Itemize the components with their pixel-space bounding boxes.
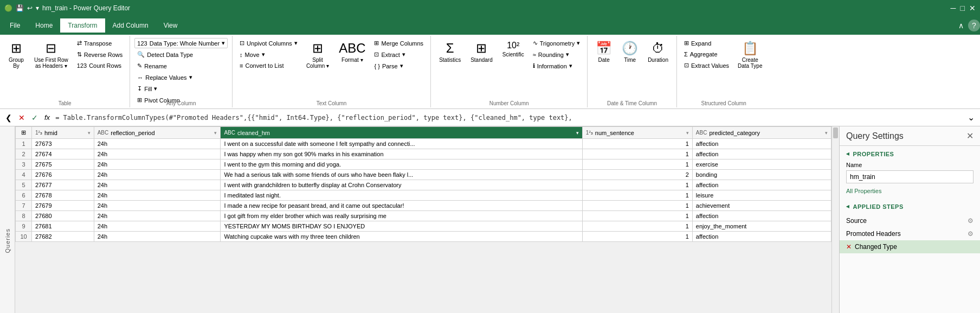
move-button[interactable]: ↕ Move ▾ [237,49,300,60]
scientific-button[interactable]: 10² Scientific [499,38,528,60]
formula-fx-button[interactable]: fx [41,112,53,123]
statistics-button[interactable]: Σ Statistics [435,38,465,66]
count-rows-button[interactable]: 123 Count Rows [74,61,126,71]
vertical-scrollbar[interactable] [831,126,839,313]
parse-button[interactable]: { } Parse ▾ [371,61,426,71]
extract-values-button[interactable]: ⊡ Extract Values [681,60,732,71]
split-column-button[interactable]: ⊞ SplitColumn ▾ [302,38,333,72]
transpose-button[interactable]: ⇄ Transpose [74,38,126,48]
all-properties-link[interactable]: All Properties [840,188,980,199]
applied-steps-label: APPLIED STEPS [853,203,904,210]
num-sentence-dropdown[interactable]: ▾ [686,130,689,136]
cell-predicted-category: affection [692,180,831,190]
maximize-button[interactable]: □ [960,4,965,12]
step-settings-icon[interactable]: ⚙ [968,217,973,225]
properties-content: Name [840,159,980,188]
tab-add-column[interactable]: Add Column [105,18,156,33]
cell-num-sentence: 1 [582,159,692,170]
step-item-left: ✕Changed Type [846,243,897,251]
data-type-button[interactable]: 123 Data Type: Whole Number ▾ [134,38,228,48]
info-dropdown[interactable]: ▾ [569,62,572,69]
properties-collapse-icon[interactable]: ◂ [846,150,850,157]
format-button[interactable]: ABC Format ▾ [335,38,369,66]
trigonometry-button[interactable]: ∿ Trigonometry ▾ [530,38,583,48]
right-panel-close-button[interactable]: ✕ [966,131,973,141]
quick-access-save[interactable]: 💾 [16,4,24,12]
formula-input[interactable] [55,114,962,122]
ribbon-datetime-content: 📅 Date 🕐 Time ⏱ Duration [592,38,672,105]
information-button[interactable]: ℹ Information ▾ [530,61,583,71]
cleaned-col-name: cleaned_hm [237,130,270,136]
standard-button[interactable]: ⊞ Standard [467,38,497,66]
use-first-row-button[interactable]: ⊟ Use First Rowas Headers ▾ [30,38,72,72]
query-name-input[interactable] [846,170,973,183]
rounding-button[interactable]: ≈ Rounding ▾ [530,49,583,60]
rename-button[interactable]: ✎ Rename [134,61,228,71]
cell-reflection-period: 24h [94,170,221,180]
unpivot-dropdown[interactable]: ▾ [294,40,298,47]
cell-num-sentence: 1 [582,221,692,232]
formula-confirm-button[interactable]: ✓ [28,112,41,123]
extract-button[interactable]: ⊡ Extract ▾ [371,49,426,60]
quick-access-undo[interactable]: ↩ [27,4,33,12]
extract-dropdown[interactable]: ▾ [402,51,405,58]
title-bar: 🟢 💾 ↩ ▾ hm_train - Power Query Editor ─ … [0,0,980,16]
step-item[interactable]: ✕Changed Type [840,240,980,253]
formula-expand-button[interactable]: ⌄ [964,111,978,124]
hmid-dropdown[interactable]: ▾ [88,130,91,136]
detect-label: Detect Data Type [147,52,193,58]
time-button[interactable]: 🕐 Time [618,38,642,66]
col-header-hmid[interactable]: 1²₃ hmid ▾ [32,127,94,139]
replace-dropdown[interactable]: ▾ [189,74,192,81]
minimize-button[interactable]: ─ [951,4,956,12]
trig-dropdown[interactable]: ▾ [577,40,580,47]
column-selector-icon[interactable]: ⊞ [21,129,26,136]
duration-button[interactable]: ⏱ Duration [644,38,672,66]
cleaned-dropdown[interactable]: ▾ [576,130,579,136]
col-header-cleaned[interactable]: ABC cleaned_hm ▾ [221,127,582,139]
tab-home[interactable]: Home [28,18,60,33]
quick-access-dropdown[interactable]: ▾ [36,4,39,12]
unpivot-button[interactable]: ⊡ Unpivot Columns ▾ [237,38,300,48]
nav-prev-button[interactable]: ❮ [2,112,15,123]
help-button[interactable]: ? [968,20,980,31]
date-button[interactable]: 📅 Date [592,38,616,66]
data-type-dropdown[interactable]: ▾ [222,40,225,47]
applied-steps-collapse-icon[interactable]: ◂ [846,203,850,210]
group-by-button[interactable]: ⊞ Group By [4,38,28,72]
step-settings-icon[interactable]: ⚙ [968,230,973,238]
ribbon-collapse[interactable]: ∧ [954,19,968,32]
tab-view[interactable]: View [156,18,185,33]
reflection-dropdown[interactable]: ▾ [214,130,217,136]
cell-cleaned-hm: I went on a successful date with someone… [221,139,582,149]
step-item[interactable]: Promoted Headers⚙ [840,227,980,240]
tab-transform[interactable]: Transform [60,18,105,33]
formula-cancel-button[interactable]: ✕ [15,112,28,123]
aggregate-button[interactable]: Σ Aggregate [681,49,732,59]
tab-file[interactable]: File [2,18,28,33]
replace-values-button[interactable]: ↔ Replace Values ▾ [134,72,228,82]
rounding-dropdown[interactable]: ▾ [566,51,569,58]
grid-scroll[interactable]: ⊞ 1²₃ hmid ▾ [15,126,831,313]
fill-button[interactable]: ↧ Fill ▾ [134,84,228,94]
info-icon: ℹ [533,62,535,69]
create-data-type-button[interactable]: 📋 Create Data Type [734,38,766,72]
excel-icon: 🟢 [4,4,12,12]
table-row: 52767724hI went with grandchildren to bu… [16,180,831,190]
col-header-num-sentence[interactable]: 1²₃ num_sentence ▾ [582,127,692,139]
step-item[interactable]: Source⚙ [840,214,980,227]
merge-columns-button[interactable]: ⊞ Merge Columns [371,38,426,48]
move-dropdown[interactable]: ▾ [262,51,265,58]
expand-button[interactable]: ⊞ Expand [681,38,732,48]
fill-dropdown[interactable]: ▾ [154,85,157,92]
col-header-reflection[interactable]: ABC reflection_period ▾ [94,127,221,139]
number-column-label: Number Column [431,100,587,106]
reverse-rows-button[interactable]: ⇅ Reverse Rows [74,49,126,60]
convert-list-button[interactable]: ≡ Convert to List [237,61,300,71]
parse-dropdown[interactable]: ▾ [400,62,403,69]
detect-data-type-button[interactable]: 🔍 Detect Data Type [134,49,228,60]
predicted-dropdown[interactable]: ▾ [825,130,828,136]
scrollbar-thumb[interactable] [833,127,838,138]
col-header-predicted[interactable]: ABC predicted_category ▾ [692,127,831,139]
close-button[interactable]: ✕ [969,4,976,12]
